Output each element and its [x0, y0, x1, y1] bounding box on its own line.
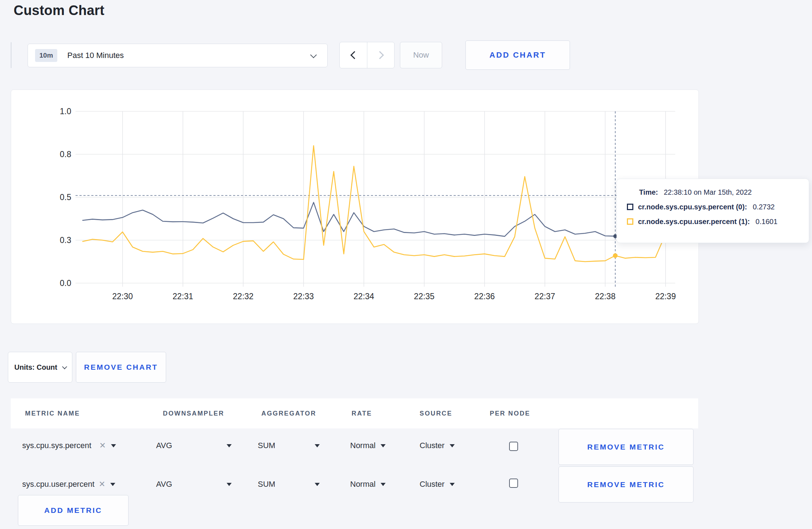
svg-text:0.5: 0.5	[60, 193, 71, 202]
now-button[interactable]: Now	[400, 42, 442, 68]
source-value: Cluster	[420, 480, 445, 489]
svg-text:0.3: 0.3	[60, 236, 71, 245]
chevron-right-icon	[376, 51, 384, 59]
metric-name-select[interactable]: sys.cpu.user.percent ✕	[22, 480, 115, 489]
tooltip-time-label: Time:	[639, 188, 658, 196]
svg-text:22:33: 22:33	[293, 292, 314, 301]
rate-value: Normal	[350, 441, 376, 450]
aggregator-select[interactable]: SUM	[258, 441, 320, 450]
svg-text:22:38: 22:38	[595, 292, 616, 301]
svg-text:0.8: 0.8	[60, 150, 71, 159]
add-metric-button[interactable]: ADD METRIC	[18, 495, 129, 526]
toolbar-left-divider	[11, 42, 11, 68]
rate-select[interactable]: Normal	[350, 441, 386, 450]
downsampler-select[interactable]: AVG	[156, 441, 232, 450]
time-nav-group	[339, 42, 395, 68]
col-header-rate: RATE	[352, 410, 372, 417]
svg-text:1.0: 1.0	[60, 107, 71, 116]
caret-down-icon	[315, 483, 320, 486]
clear-metric-icon[interactable]: ✕	[99, 480, 105, 489]
tooltip-sys-value: 0.2732	[753, 203, 775, 211]
downsampler-value: AVG	[156, 480, 172, 489]
aggregator-value: SUM	[258, 480, 275, 489]
chevron-down-icon	[310, 52, 316, 58]
svg-text:22:32: 22:32	[233, 292, 254, 301]
caret-down-icon	[111, 444, 116, 447]
svg-text:22:35: 22:35	[414, 292, 435, 301]
rate-value: Normal	[350, 480, 376, 489]
remove-chart-button[interactable]: REMOVE CHART	[76, 352, 166, 383]
tooltip-user-label: cr.node.sys.cpu.user.percent (1):	[638, 218, 750, 226]
time-back-button[interactable]	[340, 42, 367, 68]
rate-select[interactable]: Normal	[350, 480, 386, 489]
svg-text:22:36: 22:36	[474, 292, 495, 301]
caret-down-icon	[381, 444, 386, 447]
svg-text:22:30: 22:30	[112, 292, 133, 301]
add-chart-button[interactable]: ADD CHART	[465, 40, 570, 70]
custom-chart-panel: 1.00.80.50.30.022:3022:3122:3222:3322:34…	[11, 89, 699, 324]
caret-down-icon	[450, 483, 455, 486]
svg-text:22:34: 22:34	[354, 292, 374, 301]
downsampler-select[interactable]: AVG	[156, 480, 232, 489]
svg-text:0.0: 0.0	[60, 278, 71, 288]
source-value: Cluster	[420, 441, 445, 450]
caret-down-icon	[110, 483, 115, 486]
col-header-metric-name: METRIC NAME	[25, 410, 80, 417]
remove-metric-button[interactable]: REMOVE METRIC	[559, 466, 693, 503]
caret-down-icon	[315, 444, 320, 447]
units-select[interactable]: Units: Count	[8, 352, 72, 383]
caret-down-icon	[227, 444, 232, 447]
col-header-aggregator: AGGREGATOR	[261, 410, 316, 417]
remove-metric-button[interactable]: REMOVE METRIC	[559, 429, 693, 465]
chevron-down-icon	[62, 364, 67, 369]
time-forward-button[interactable]	[367, 42, 394, 68]
metric-name-select[interactable]: sys.cpu.sys.percent ✕	[22, 441, 116, 450]
caret-down-icon	[381, 483, 386, 486]
col-header-downsampler: DOWNSAMPLER	[163, 410, 224, 417]
chevron-left-icon	[351, 51, 359, 59]
svg-text:22:37: 22:37	[535, 292, 555, 301]
tooltip-time-value: 22:38:10 on Mar 15th, 2022	[664, 188, 752, 196]
aggregator-select[interactable]: SUM	[258, 480, 320, 489]
per-node-checkbox[interactable]	[509, 479, 518, 488]
time-range-select[interactable]: 10m Past 10 Minutes	[28, 44, 328, 67]
chart-hover-tooltip: Time: 22:38:10 on Mar 15th, 2022 cr.node…	[617, 179, 809, 243]
aggregator-value: SUM	[258, 441, 275, 450]
tooltip-sys-label: cr.node.sys.cpu.sys.percent (0):	[638, 203, 747, 211]
series-sys-swatch-icon	[627, 204, 633, 210]
svg-text:22:31: 22:31	[173, 292, 193, 301]
col-header-per-node: PER NODE	[490, 410, 530, 417]
time-range-badge: 10m	[35, 49, 57, 62]
custom-chart-canvas[interactable]: 1.00.80.50.30.022:3022:3122:3222:3322:34…	[11, 90, 698, 323]
time-range-label: Past 10 Minutes	[67, 51, 124, 60]
source-select[interactable]: Cluster	[420, 441, 455, 450]
caret-down-icon	[227, 483, 232, 486]
source-select[interactable]: Cluster	[420, 480, 455, 489]
units-label: Units: Count	[14, 363, 57, 372]
per-node-checkbox[interactable]	[509, 442, 518, 451]
tooltip-user-value: 0.1601	[755, 218, 777, 226]
metric-name-value: sys.cpu.sys.percent	[22, 441, 91, 450]
downsampler-value: AVG	[156, 441, 172, 450]
caret-down-icon	[450, 444, 455, 447]
metric-name-value: sys.cpu.user.percent	[22, 480, 95, 489]
svg-text:22:39: 22:39	[655, 292, 676, 301]
col-header-source: SOURCE	[420, 410, 452, 417]
series-user-swatch-icon	[627, 218, 633, 225]
page-title: Custom Chart	[14, 3, 105, 18]
clear-metric-icon[interactable]: ✕	[99, 441, 106, 450]
